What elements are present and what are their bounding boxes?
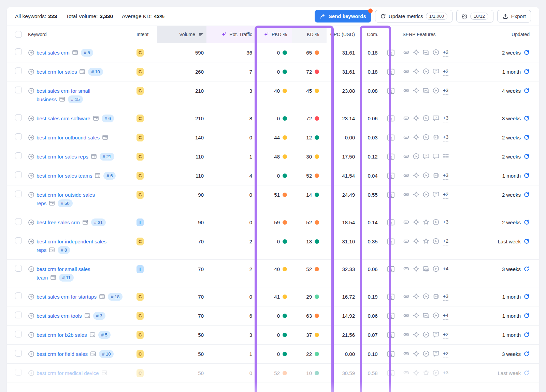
refresh-keyword-icon[interactable] bbox=[523, 293, 530, 300]
serp-preview-icon[interactable] bbox=[387, 350, 395, 358]
refresh-keyword-icon[interactable] bbox=[523, 115, 530, 121]
serp-more-features-link[interactable]: +4 bbox=[443, 312, 448, 320]
row-checkbox[interactable] bbox=[15, 67, 22, 74]
refresh-keyword-icon[interactable] bbox=[523, 49, 530, 56]
refresh-keyword-icon[interactable] bbox=[523, 332, 530, 338]
competition-column-header[interactable]: Com. bbox=[361, 26, 384, 43]
refresh-keyword-icon[interactable] bbox=[523, 134, 530, 140]
keyword-link[interactable]: best crm for outbound sales bbox=[37, 135, 110, 140]
keyword-link[interactable]: best crm for medical device bbox=[37, 370, 109, 376]
serp-snapshot-icon[interactable] bbox=[102, 134, 108, 140]
updated-column-header[interactable]: Updated bbox=[451, 26, 539, 43]
serp-more-features-link[interactable]: +3 bbox=[443, 87, 448, 95]
serp-preview-icon[interactable] bbox=[387, 331, 395, 338]
row-checkbox[interactable] bbox=[15, 350, 22, 357]
row-checkbox[interactable] bbox=[15, 133, 22, 140]
serp-more-features-link[interactable]: +2 bbox=[443, 350, 448, 358]
refresh-keyword-icon[interactable] bbox=[523, 192, 530, 198]
serp-more-features-link[interactable]: +3 bbox=[443, 218, 448, 226]
row-checkbox[interactable] bbox=[15, 114, 22, 121]
row-checkbox[interactable] bbox=[15, 312, 22, 318]
serp-preview-icon[interactable] bbox=[387, 115, 395, 122]
serp-preview-icon[interactable] bbox=[387, 370, 395, 377]
export-button[interactable]: Export bbox=[497, 10, 531, 22]
add-keyword-icon[interactable] bbox=[28, 332, 34, 338]
refresh-keyword-icon[interactable] bbox=[523, 69, 530, 75]
serp-preview-icon[interactable] bbox=[387, 87, 395, 94]
serp-more-features-link[interactable]: +3 bbox=[443, 115, 448, 122]
refresh-keyword-icon[interactable] bbox=[523, 266, 530, 272]
select-all-checkbox[interactable] bbox=[15, 31, 22, 38]
add-keyword-icon[interactable] bbox=[28, 115, 34, 122]
serp-preview-icon[interactable] bbox=[387, 312, 395, 319]
serp-more-features-link[interactable]: +2 bbox=[443, 331, 448, 339]
serp-snapshot-icon[interactable] bbox=[99, 293, 105, 300]
serp-snapshot-icon[interactable] bbox=[93, 115, 99, 121]
serp-preview-icon[interactable] bbox=[387, 293, 395, 300]
row-checkbox[interactable] bbox=[15, 191, 22, 197]
refresh-keyword-icon[interactable] bbox=[523, 219, 530, 225]
serp-snapshot-icon[interactable] bbox=[49, 200, 55, 206]
row-checkbox[interactable] bbox=[15, 331, 22, 337]
keyword-link[interactable]: best crm for b2b sales# 5 bbox=[37, 332, 111, 338]
send-keywords-button[interactable]: Send keywords bbox=[315, 10, 371, 22]
serp-more-features-link[interactable]: +3 bbox=[443, 293, 448, 301]
serp-preview-icon[interactable] bbox=[387, 49, 395, 56]
row-checkbox[interactable] bbox=[15, 265, 22, 272]
pkd-column-header[interactable]: PKD % bbox=[257, 26, 292, 43]
serp-more-features-link[interactable]: +4 bbox=[443, 265, 448, 273]
add-keyword-icon[interactable] bbox=[28, 69, 34, 75]
row-checkbox[interactable] bbox=[15, 48, 22, 55]
add-keyword-icon[interactable] bbox=[28, 313, 34, 319]
serp-preview-icon[interactable] bbox=[387, 172, 395, 179]
add-keyword-icon[interactable] bbox=[28, 134, 34, 141]
refresh-keyword-icon[interactable] bbox=[523, 153, 530, 160]
add-keyword-icon[interactable] bbox=[28, 153, 34, 160]
serp-more-features-link[interactable]: +3 bbox=[443, 172, 448, 180]
refresh-keyword-icon[interactable] bbox=[523, 313, 530, 319]
row-checkbox[interactable] bbox=[15, 87, 22, 93]
keyword-link[interactable]: best sales crm software# 6 bbox=[37, 116, 114, 121]
add-keyword-icon[interactable] bbox=[28, 351, 34, 357]
serp-snapshot-icon[interactable] bbox=[72, 49, 78, 56]
keyword-link[interactable]: best crm for sales reps# 21 bbox=[37, 154, 114, 160]
keyword-link[interactable]: best crm for field sales# 10 bbox=[37, 351, 114, 357]
serp-more-features-link[interactable]: +2 bbox=[443, 191, 448, 199]
serp-more-features-link[interactable]: +2 bbox=[443, 68, 448, 76]
add-keyword-icon[interactable] bbox=[28, 293, 34, 300]
row-checkbox[interactable] bbox=[15, 171, 22, 178]
row-checkbox[interactable] bbox=[15, 218, 22, 225]
row-checkbox[interactable] bbox=[15, 237, 22, 244]
refresh-keyword-icon[interactable] bbox=[523, 88, 530, 94]
serp-snapshot-icon[interactable] bbox=[95, 172, 101, 179]
row-checkbox[interactable] bbox=[15, 152, 22, 159]
refresh-keyword-icon[interactable] bbox=[523, 238, 530, 244]
volume-column-header[interactable]: Volume bbox=[157, 26, 206, 43]
row-checkbox[interactable] bbox=[15, 369, 22, 376]
serp-preview-icon[interactable] bbox=[387, 68, 395, 75]
keyword-link[interactable]: best crm for sales# 10 bbox=[37, 69, 103, 75]
potential-traffic-column-header[interactable]: Pot. Traffic bbox=[206, 26, 257, 43]
serp-snapshot-icon[interactable] bbox=[84, 313, 90, 319]
keyword-link[interactable]: best sales crm for startups# 18 bbox=[37, 294, 123, 300]
serp-preview-icon[interactable] bbox=[387, 219, 395, 226]
serp-snapshot-icon[interactable] bbox=[101, 370, 107, 376]
manage-columns-button[interactable]: 10/12 bbox=[456, 10, 493, 22]
add-keyword-icon[interactable] bbox=[28, 49, 34, 56]
serp-preview-icon[interactable] bbox=[387, 134, 395, 141]
serp-snapshot-icon[interactable] bbox=[90, 351, 96, 357]
cpc-column-header[interactable]: CPC (USD) bbox=[327, 26, 361, 43]
keyword-link[interactable]: best crm for outside sales reps# 50 bbox=[37, 192, 95, 206]
keyword-link[interactable]: best crm for small sales team# 11 bbox=[37, 266, 90, 281]
serp-snapshot-icon[interactable] bbox=[59, 96, 65, 102]
add-keyword-icon[interactable] bbox=[28, 172, 34, 179]
refresh-keyword-icon[interactable] bbox=[523, 370, 530, 376]
serp-snapshot-icon[interactable] bbox=[79, 69, 85, 75]
serp-snapshot-icon[interactable] bbox=[91, 153, 97, 160]
serp-more-features-link[interactable]: +2 bbox=[443, 49, 448, 57]
add-keyword-icon[interactable] bbox=[28, 238, 34, 245]
add-keyword-icon[interactable] bbox=[28, 219, 34, 226]
keyword-link[interactable]: best sales crm tools# 3 bbox=[37, 313, 105, 319]
refresh-keyword-icon[interactable] bbox=[523, 172, 530, 179]
serp-snapshot-icon[interactable] bbox=[89, 332, 96, 338]
